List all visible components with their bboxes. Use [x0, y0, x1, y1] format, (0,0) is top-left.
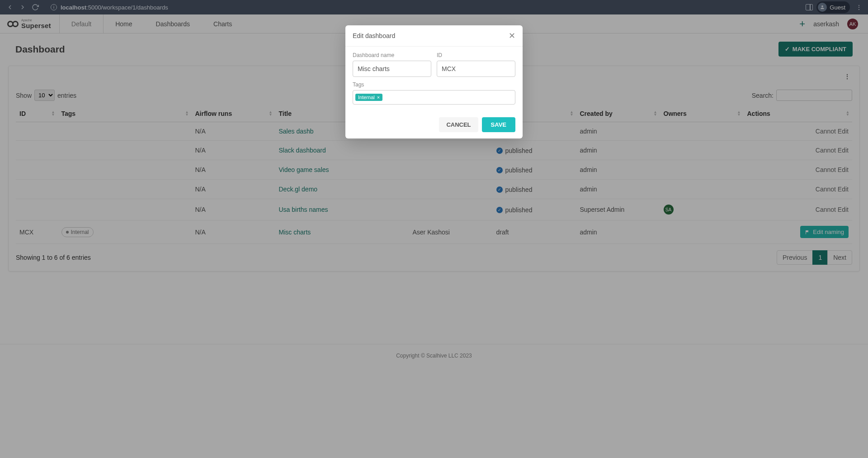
tags-input[interactable]: Internal ×	[353, 90, 515, 105]
dashboard-name-input[interactable]	[353, 61, 431, 77]
edit-dashboard-modal: Edit dashboard ✕ Dashboard name ID Tags …	[345, 25, 523, 138]
save-button[interactable]: SAVE	[482, 117, 515, 132]
close-icon[interactable]: ✕	[509, 32, 515, 40]
cancel-button[interactable]: CANCEL	[439, 117, 478, 132]
remove-tag-icon[interactable]: ×	[377, 95, 380, 100]
tag-token: Internal ×	[355, 94, 382, 101]
dashboard-id-input[interactable]	[437, 61, 515, 77]
id-label: ID	[437, 52, 515, 58]
tag-token-label: Internal	[358, 95, 375, 100]
modal-title: Edit dashboard	[353, 32, 395, 39]
tags-label: Tags	[353, 81, 515, 88]
name-label: Dashboard name	[353, 52, 431, 58]
